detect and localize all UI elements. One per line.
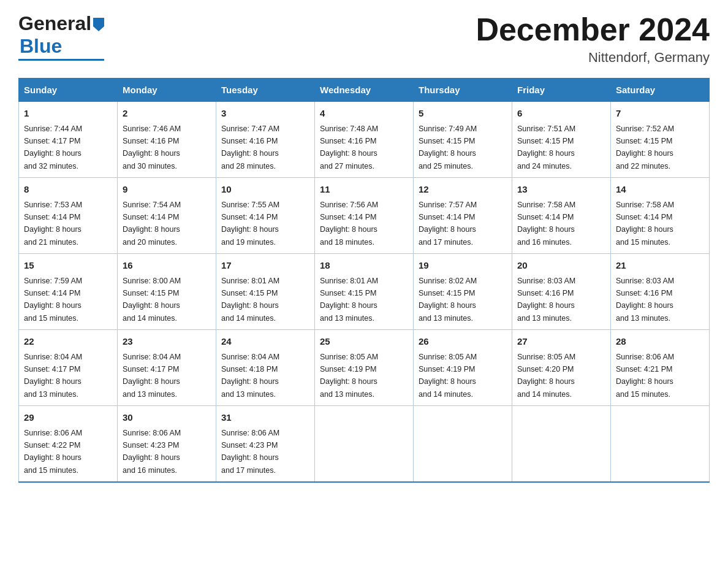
calendar-cell: 16 Sunrise: 8:00 AMSunset: 4:15 PMDaylig…	[118, 254, 216, 330]
calendar-header-row: Sunday Monday Tuesday Wednesday Thursday…	[19, 79, 710, 102]
calendar-cell: 5 Sunrise: 7:49 AMSunset: 4:15 PMDayligh…	[414, 102, 512, 178]
calendar-cell: 29 Sunrise: 8:06 AMSunset: 4:22 PMDaylig…	[19, 406, 118, 483]
day-info: Sunrise: 8:02 AMSunset: 4:15 PMDaylight:…	[419, 277, 477, 323]
day-info: Sunrise: 8:06 AMSunset: 4:22 PMDaylight:…	[24, 429, 82, 475]
day-number: 17	[221, 259, 309, 273]
calendar-cell: 24 Sunrise: 8:04 AMSunset: 4:18 PMDaylig…	[216, 330, 315, 406]
day-info: Sunrise: 8:05 AMSunset: 4:20 PMDaylight:…	[517, 353, 575, 399]
day-number: 23	[123, 335, 211, 349]
day-number: 16	[123, 259, 211, 273]
calendar-cell: 20 Sunrise: 8:03 AMSunset: 4:16 PMDaylig…	[512, 254, 611, 330]
day-info: Sunrise: 7:56 AMSunset: 4:14 PMDaylight:…	[320, 201, 378, 247]
day-number: 1	[24, 107, 112, 121]
calendar-table: Sunday Monday Tuesday Wednesday Thursday…	[18, 78, 710, 483]
calendar-cell: 26 Sunrise: 8:05 AMSunset: 4:19 PMDaylig…	[414, 330, 512, 406]
calendar-cell	[315, 406, 414, 483]
day-number: 12	[419, 183, 507, 197]
day-number: 15	[24, 259, 112, 273]
day-number: 6	[517, 107, 605, 121]
calendar-cell: 8 Sunrise: 7:53 AMSunset: 4:14 PMDayligh…	[19, 178, 118, 254]
calendar-cell: 10 Sunrise: 7:55 AMSunset: 4:14 PMDaylig…	[216, 178, 315, 254]
calendar-cell: 19 Sunrise: 8:02 AMSunset: 4:15 PMDaylig…	[414, 254, 512, 330]
calendar-cell: 22 Sunrise: 8:04 AMSunset: 4:17 PMDaylig…	[19, 330, 118, 406]
calendar-cell: 14 Sunrise: 7:58 AMSunset: 4:14 PMDaylig…	[611, 178, 710, 254]
calendar-cell: 23 Sunrise: 8:04 AMSunset: 4:17 PMDaylig…	[118, 330, 216, 406]
location-subtitle: Nittendorf, Germany	[476, 50, 710, 66]
header-wednesday: Wednesday	[315, 79, 414, 102]
day-info: Sunrise: 8:05 AMSunset: 4:19 PMDaylight:…	[320, 353, 378, 399]
day-number: 28	[616, 335, 704, 349]
day-number: 4	[320, 107, 408, 121]
day-info: Sunrise: 8:06 AMSunset: 4:23 PMDaylight:…	[221, 429, 279, 475]
day-number: 25	[320, 335, 408, 349]
day-number: 22	[24, 335, 112, 349]
page-header: General Blue December 2024 Nittendorf, G…	[18, 12, 710, 66]
header-saturday: Saturday	[611, 79, 710, 102]
day-info: Sunrise: 7:58 AMSunset: 4:14 PMDaylight:…	[616, 201, 674, 247]
calendar-cell: 1 Sunrise: 7:44 AMSunset: 4:17 PMDayligh…	[19, 102, 118, 178]
day-info: Sunrise: 8:04 AMSunset: 4:17 PMDaylight:…	[24, 353, 82, 399]
calendar-cell: 11 Sunrise: 7:56 AMSunset: 4:14 PMDaylig…	[315, 178, 414, 254]
logo-blue-text: Blue	[20, 35, 62, 58]
day-info: Sunrise: 8:06 AMSunset: 4:23 PMDaylight:…	[123, 429, 181, 475]
day-info: Sunrise: 7:44 AMSunset: 4:17 PMDaylight:…	[24, 124, 82, 170]
day-info: Sunrise: 7:52 AMSunset: 4:15 PMDaylight:…	[616, 124, 674, 170]
day-number: 19	[419, 259, 507, 273]
calendar-cell: 21 Sunrise: 8:03 AMSunset: 4:16 PMDaylig…	[611, 254, 710, 330]
calendar-week-row-5: 29 Sunrise: 8:06 AMSunset: 4:22 PMDaylig…	[19, 406, 710, 483]
day-info: Sunrise: 7:49 AMSunset: 4:15 PMDaylight:…	[419, 124, 477, 170]
day-info: Sunrise: 7:59 AMSunset: 4:14 PMDaylight:…	[24, 277, 82, 323]
logo-general-text: General	[18, 12, 91, 35]
day-number: 7	[616, 107, 704, 121]
calendar-cell: 27 Sunrise: 8:05 AMSunset: 4:20 PMDaylig…	[512, 330, 611, 406]
calendar-cell: 17 Sunrise: 8:01 AMSunset: 4:15 PMDaylig…	[216, 254, 315, 330]
day-info: Sunrise: 8:01 AMSunset: 4:15 PMDaylight:…	[221, 277, 279, 323]
day-number: 27	[517, 335, 605, 349]
day-number: 5	[419, 107, 507, 121]
calendar-cell: 30 Sunrise: 8:06 AMSunset: 4:23 PMDaylig…	[118, 406, 216, 483]
title-area: December 2024 Nittendorf, Germany	[476, 12, 710, 66]
logo: General Blue	[18, 12, 104, 61]
header-friday: Friday	[512, 79, 611, 102]
calendar-week-row-4: 22 Sunrise: 8:04 AMSunset: 4:17 PMDaylig…	[19, 330, 710, 406]
calendar-cell: 13 Sunrise: 7:58 AMSunset: 4:14 PMDaylig…	[512, 178, 611, 254]
day-number: 14	[616, 183, 704, 197]
calendar-cell	[611, 406, 710, 483]
day-info: Sunrise: 8:06 AMSunset: 4:21 PMDaylight:…	[616, 353, 674, 399]
day-number: 24	[221, 335, 309, 349]
day-info: Sunrise: 8:03 AMSunset: 4:16 PMDaylight:…	[616, 277, 674, 323]
header-tuesday: Tuesday	[216, 79, 315, 102]
day-info: Sunrise: 7:47 AMSunset: 4:16 PMDaylight:…	[221, 124, 279, 170]
calendar-cell: 4 Sunrise: 7:48 AMSunset: 4:16 PMDayligh…	[315, 102, 414, 178]
day-info: Sunrise: 7:55 AMSunset: 4:14 PMDaylight:…	[221, 201, 279, 247]
day-number: 8	[24, 183, 112, 197]
calendar-cell: 31 Sunrise: 8:06 AMSunset: 4:23 PMDaylig…	[216, 406, 315, 483]
day-info: Sunrise: 8:04 AMSunset: 4:18 PMDaylight:…	[221, 353, 279, 399]
header-monday: Monday	[118, 79, 216, 102]
day-number: 13	[517, 183, 605, 197]
day-number: 3	[221, 107, 309, 121]
day-info: Sunrise: 7:58 AMSunset: 4:14 PMDaylight:…	[517, 201, 575, 247]
day-number: 20	[517, 259, 605, 273]
day-info: Sunrise: 7:48 AMSunset: 4:16 PMDaylight:…	[320, 124, 378, 170]
day-info: Sunrise: 8:05 AMSunset: 4:19 PMDaylight:…	[419, 353, 477, 399]
month-year-title: December 2024	[476, 12, 710, 47]
header-sunday: Sunday	[19, 79, 118, 102]
calendar-week-row-2: 8 Sunrise: 7:53 AMSunset: 4:14 PMDayligh…	[19, 178, 710, 254]
day-number: 11	[320, 183, 408, 197]
calendar-cell: 25 Sunrise: 8:05 AMSunset: 4:19 PMDaylig…	[315, 330, 414, 406]
calendar-cell	[414, 406, 512, 483]
calendar-cell: 15 Sunrise: 7:59 AMSunset: 4:14 PMDaylig…	[19, 254, 118, 330]
day-number: 2	[123, 107, 211, 121]
day-info: Sunrise: 7:51 AMSunset: 4:15 PMDaylight:…	[517, 124, 575, 170]
calendar-cell: 6 Sunrise: 7:51 AMSunset: 4:15 PMDayligh…	[512, 102, 611, 178]
day-info: Sunrise: 8:00 AMSunset: 4:15 PMDaylight:…	[123, 277, 181, 323]
svg-marker-0	[93, 18, 104, 31]
logo-underline	[18, 59, 104, 61]
day-number: 29	[24, 411, 112, 425]
calendar-week-row-1: 1 Sunrise: 7:44 AMSunset: 4:17 PMDayligh…	[19, 102, 710, 178]
calendar-cell: 9 Sunrise: 7:54 AMSunset: 4:14 PMDayligh…	[118, 178, 216, 254]
day-number: 31	[221, 411, 309, 425]
day-info: Sunrise: 7:53 AMSunset: 4:14 PMDaylight:…	[24, 201, 82, 247]
day-info: Sunrise: 8:01 AMSunset: 4:15 PMDaylight:…	[320, 277, 378, 323]
